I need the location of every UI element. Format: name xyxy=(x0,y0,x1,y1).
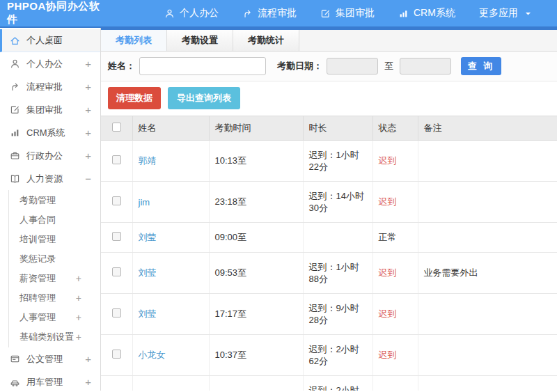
sidebar-item-workflow-approval[interactable]: 流程审批+ xyxy=(0,75,100,98)
name-cell: 刘莹 xyxy=(132,253,209,294)
nav-item-workflow-approval[interactable]: 流程审批 xyxy=(230,0,308,26)
tab-attendance-settings[interactable]: 考勤设置 xyxy=(167,30,233,51)
employee-name-link[interactable]: 刘莹 xyxy=(139,232,157,242)
select-all-checkbox[interactable] xyxy=(112,123,121,132)
expand-toggle-icon[interactable]: + xyxy=(85,81,91,92)
sidebar-subitem-salary-mgmt[interactable]: 薪资管理+ xyxy=(9,269,100,288)
nav-item-more-apps[interactable]: 更多应用 xyxy=(467,0,545,26)
date-from-input[interactable] xyxy=(327,58,378,75)
user-icon xyxy=(164,8,175,19)
row-checkbox-cell xyxy=(101,223,132,253)
expand-toggle-icon[interactable]: + xyxy=(85,377,91,387)
duration-line: 迟到：2小时90分 xyxy=(309,384,367,391)
sidebar-subitem-label: 薪资管理 xyxy=(19,272,56,285)
hamburger-menu-button[interactable] xyxy=(137,10,143,16)
row-checkbox[interactable] xyxy=(112,232,121,241)
duration-cell: 迟到：14小时30分 xyxy=(303,182,372,223)
expand-toggle-icon[interactable]: + xyxy=(85,127,91,138)
doc-icon xyxy=(10,354,20,364)
row-checkbox[interactable] xyxy=(112,350,121,359)
sidebar-subitem-attendance-mgmt[interactable]: 考勤管理 xyxy=(9,191,100,210)
sidebar-item-admin-office[interactable]: 行政办公+ xyxy=(0,144,100,167)
tab-attendance-list[interactable]: 考勤列表 xyxy=(101,30,167,51)
top-nav: 个人办公流程审批集团审批CRM系统更多应用 xyxy=(152,0,545,26)
status-cell: 迟到 xyxy=(372,294,418,335)
nav-item-label: 更多应用 xyxy=(479,7,518,19)
search-button[interactable]: 查 询 xyxy=(461,57,501,75)
expand-toggle-icon[interactable]: + xyxy=(85,104,91,115)
expand-toggle-icon[interactable]: − xyxy=(85,173,91,184)
nav-item-label: CRM系统 xyxy=(414,7,455,19)
tab-attendance-stats[interactable]: 考勤统计 xyxy=(233,30,299,51)
expand-toggle-icon[interactable]: + xyxy=(76,313,81,322)
employee-name-link[interactable]: 小龙女 xyxy=(139,350,166,360)
employee-name-link[interactable]: jim xyxy=(139,197,150,207)
sidebar-item-personal-office[interactable]: 个人办公+ xyxy=(0,52,100,75)
action-bar: 清理数据 导出查询列表 xyxy=(101,81,557,116)
workflow-icon xyxy=(10,81,20,92)
sidebar-subitem-personnel-mgmt[interactable]: 人事管理+ xyxy=(9,308,100,327)
content-panel: 考勤列表考勤设置考勤统计 姓名： 考勤日期： 至 查 询 清理数据 导出查询列表… xyxy=(101,28,557,391)
export-list-button[interactable]: 导出查询列表 xyxy=(168,87,240,109)
nav-item-group-approval[interactable]: 集团审批 xyxy=(308,0,386,26)
sidebar-item-label: 公文管理 xyxy=(26,353,63,366)
sidebar-subitem-training-mgmt[interactable]: 培训管理 xyxy=(9,230,100,249)
sidebar-subitem-reward-punish-records[interactable]: 奖惩记录 xyxy=(9,249,100,269)
name-input[interactable] xyxy=(139,57,266,75)
app-brand: PHPOA协同办公软件 xyxy=(0,0,101,26)
main-layout: 个人桌面个人办公+流程审批+集团审批+CRM系统+行政办公+人力资源−考勤管理人… xyxy=(0,28,557,391)
duration-line: 迟到：9小时28分 xyxy=(309,302,367,326)
sidebar-item-doc-mgmt[interactable]: 公文管理+ xyxy=(0,347,100,370)
note-cell xyxy=(418,335,557,376)
employee-name-link[interactable]: 刘莹 xyxy=(139,308,157,319)
sidebar-item-label: 行政办公 xyxy=(26,150,63,162)
sidebar-subitem-recruit-mgmt[interactable]: 招聘管理+ xyxy=(9,288,100,308)
date-label: 考勤日期： xyxy=(277,60,322,72)
date-to-input[interactable] xyxy=(400,58,451,75)
sidebar-item-vehicle-mgmt[interactable]: 用车管理+ xyxy=(0,370,100,391)
row-checkbox[interactable] xyxy=(112,308,121,317)
employee-name-link[interactable]: 郭靖 xyxy=(139,155,157,166)
nav-item-crm-system[interactable]: CRM系统 xyxy=(386,0,467,26)
edit-icon xyxy=(320,8,331,19)
sidebar-subitem-label: 人事管理 xyxy=(19,311,56,324)
expand-toggle-icon[interactable]: + xyxy=(76,332,81,342)
attendance-time-cell: 09:00至 xyxy=(209,223,303,253)
expand-toggle-icon[interactable]: + xyxy=(85,354,91,364)
clean-data-button[interactable]: 清理数据 xyxy=(108,87,161,109)
table-row: jim23:18至迟到：14小时30分迟到 xyxy=(101,182,557,223)
sidebar-item-group-approval[interactable]: 集团审批+ xyxy=(0,98,100,121)
sidebar-item-human-resources[interactable]: 人力资源− xyxy=(0,167,100,190)
nav-item-personal-office[interactable]: 个人办公 xyxy=(152,0,230,26)
row-checkbox[interactable] xyxy=(112,196,121,205)
row-checkbox[interactable] xyxy=(112,155,121,164)
briefcase-icon xyxy=(10,150,20,161)
attendance-table-wrap: 姓名考勤时间时长状态备注 郭靖10:13至迟到：1小时22分迟到jim23:18… xyxy=(101,116,557,391)
attendance-time-cell: 10:13至 xyxy=(209,141,303,182)
expand-toggle-icon[interactable]: + xyxy=(85,58,91,69)
employee-name-link[interactable]: 刘莹 xyxy=(139,267,157,278)
sidebar-item-crm-system[interactable]: CRM系统+ xyxy=(0,121,100,144)
duration-line: 迟到：1小时22分 xyxy=(309,149,367,173)
sidebar-subitem-hr-contract[interactable]: 人事合同 xyxy=(9,210,100,230)
table-header-row: 姓名考勤时间时长状态备注 xyxy=(101,116,557,141)
expand-toggle-icon[interactable]: + xyxy=(85,150,91,161)
sidebar-item-personal-desktop[interactable]: 个人桌面 xyxy=(0,29,100,52)
note-cell: 1111 xyxy=(418,376,557,391)
status-badge: 迟到 xyxy=(379,267,397,278)
expand-toggle-icon[interactable]: + xyxy=(76,274,81,283)
row-checkbox[interactable] xyxy=(112,267,121,276)
row-checkbox-cell xyxy=(101,335,132,376)
book-icon xyxy=(10,173,20,184)
sidebar-subitem-label: 考勤管理 xyxy=(19,194,56,207)
attendance-time-cell: 09:53至 xyxy=(209,253,303,294)
sidebar-subitem-base-category-settings[interactable]: 基础类别设置+ xyxy=(9,327,100,347)
filter-bar: 姓名： 考勤日期： 至 查 询 xyxy=(101,52,557,81)
expand-toggle-icon[interactable]: + xyxy=(76,293,81,303)
sidebar-subitem-label: 培训管理 xyxy=(19,233,56,246)
date-range-to-label: 至 xyxy=(384,60,393,72)
attendance-time-cell: 10:54至10:54 xyxy=(209,376,303,391)
edit-icon xyxy=(10,104,20,115)
header-checkbox-cell xyxy=(101,116,132,141)
row-checkbox-cell xyxy=(101,182,132,223)
